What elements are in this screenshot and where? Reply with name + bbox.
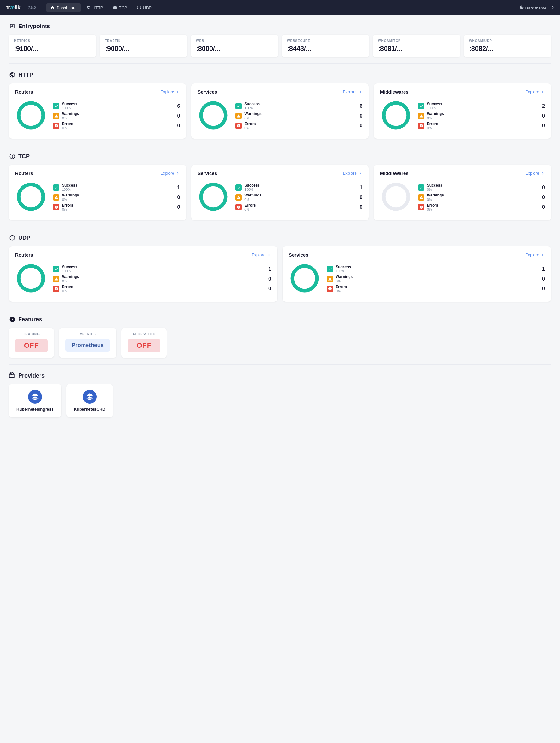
features-grid: TRACING OFF METRICS Prometheus ACCESSLOG…: [9, 328, 551, 358]
dark-theme-button[interactable]: Dark theme: [520, 5, 547, 10]
tcp-routers-donut: [15, 181, 47, 214]
tcp-middlewares-donut-empty: [380, 181, 412, 214]
http-middlewares-explore[interactable]: Explore: [525, 89, 545, 94]
version-label: 2.5.3: [28, 5, 36, 10]
entrypoints-grid: METRICS :9100/... TRAEFIK :9000/... WEB …: [9, 35, 551, 57]
arrow-right-icon: [358, 90, 362, 94]
svg-point-3: [23, 107, 39, 123]
tcp-header: TCP: [9, 153, 551, 160]
provider-kubernetes-ingress: KubernetesIngress: [9, 384, 61, 417]
udp-services-card: Services Explore: [283, 247, 551, 302]
tcp-section-icon: [9, 153, 16, 160]
http-routers-header: Routers Explore: [15, 89, 180, 94]
nav-udp[interactable]: UDP: [133, 3, 156, 12]
stat-errors: Errors 0% 0: [53, 122, 180, 130]
tcp-services-explore[interactable]: Explore: [343, 171, 362, 176]
globe-icon: [86, 5, 91, 10]
http-services-header: Services Explore: [198, 89, 362, 94]
help-button[interactable]: ?: [552, 5, 554, 10]
http-routers-donut: [15, 99, 47, 132]
kubernetes-crd-icon: [83, 390, 97, 404]
http-divider: [9, 63, 551, 64]
error-badge: [53, 123, 59, 129]
arrow-right-icon: [541, 171, 545, 176]
udp-services-explore[interactable]: Explore: [525, 252, 545, 257]
entrypoints-icon: [9, 23, 16, 30]
arrow-right-icon: [541, 253, 545, 257]
stat-success: Success 100% 6: [53, 102, 180, 110]
tcp-grid: Routers Explore: [9, 165, 551, 220]
tcp-services-card: Services Explore: [191, 165, 369, 220]
entrypoint-traefik: TRAEFIK :9000/...: [100, 35, 187, 57]
svg-point-15: [205, 189, 221, 205]
navbar-right: Dark theme ?: [520, 5, 554, 10]
nav-http[interactable]: HTTP: [83, 3, 107, 12]
entrypoint-whoamiudp: WHOAMIUDP :8082/...: [464, 35, 551, 57]
features-header: Features: [9, 316, 551, 323]
brand-logo: træfik: [6, 4, 20, 11]
arrow-right-icon: [175, 90, 180, 94]
moon-icon: [520, 5, 524, 9]
entrypoint-web: WEB :8000/...: [191, 35, 278, 57]
features-divider: [9, 308, 551, 308]
provider-kubernetes-crd: KubernetesCRD: [67, 384, 113, 417]
tcp-middlewares-card: Middlewares Explore S: [374, 165, 551, 220]
svg-point-23: [297, 270, 312, 286]
svg-point-0: [113, 6, 117, 9]
entrypoint-metrics: METRICS :9100/...: [9, 35, 96, 57]
arrow-right-icon: [267, 253, 271, 257]
providers-divider: [9, 364, 551, 364]
feature-metrics: METRICS Prometheus: [59, 328, 116, 358]
http-services-donut: [198, 99, 229, 132]
features-icon: [9, 316, 16, 323]
feature-tracing: TRACING OFF: [9, 328, 54, 358]
http-middlewares-card: Middlewares Explore: [374, 83, 551, 139]
nav-tcp[interactable]: TCP: [109, 3, 131, 12]
entrypoint-websecure: WEBSECURE :8443/...: [282, 35, 369, 57]
kubernetes-ingress-icon: [28, 390, 42, 404]
providers-header: Providers: [9, 372, 551, 379]
success-badge: [53, 103, 59, 109]
nav-menu: Dashboard HTTP TCP UDP: [46, 3, 156, 12]
udp-grid: Routers Explore: [9, 247, 551, 302]
udp-divider: [9, 226, 551, 227]
providers-grid: KubernetesIngress KubernetesCRD: [9, 384, 551, 417]
http-routers-card: Routers Explore: [9, 83, 186, 139]
http-header: HTTP: [9, 72, 551, 78]
entrypoint-whoamitcp: WHOAMITCP :8081/...: [373, 35, 460, 57]
http-routers-explore[interactable]: Explore: [160, 89, 180, 94]
udp-routers-donut: [15, 263, 47, 295]
http-routers-body: Success 100% 6 Warnings 0% 0: [15, 99, 180, 132]
udp-routers-explore[interactable]: Explore: [252, 252, 271, 257]
tcp-routers-card: Routers Explore: [9, 165, 186, 220]
feature-accesslog: ACCESSLOG OFF: [121, 328, 167, 358]
tcp-routers-explore[interactable]: Explore: [160, 171, 180, 176]
navbar: træfik 2.5.3 Dashboard HTTP TCP UDP Dark…: [0, 0, 560, 15]
svg-point-12: [23, 189, 39, 205]
http-services-card: Services Explore: [191, 83, 369, 139]
nav-dashboard[interactable]: Dashboard: [46, 3, 81, 12]
tcp-divider: [9, 145, 551, 145]
stat-warnings: Warnings 0% 0: [53, 112, 180, 120]
http-middlewares-donut: [380, 99, 412, 132]
tcp-icon: [113, 5, 117, 10]
svg-point-9: [388, 107, 404, 123]
http-grid: Routers Explore: [9, 83, 551, 139]
udp-services-donut: [289, 263, 320, 295]
arrow-right-icon: [175, 171, 180, 176]
warning-badge: [53, 113, 59, 119]
tcp-middlewares-explore[interactable]: Explore: [525, 171, 545, 176]
udp-icon: [137, 5, 141, 10]
providers-icon: [9, 372, 16, 379]
svg-point-20: [23, 270, 39, 286]
home-icon: [50, 5, 55, 10]
http-icon: [9, 72, 16, 78]
udp-section-icon: [9, 234, 16, 242]
udp-routers-card: Routers Explore: [9, 247, 277, 302]
arrow-right-icon: [358, 171, 362, 176]
http-services-explore[interactable]: Explore: [343, 89, 362, 94]
entrypoints-header: Entrypoints: [9, 23, 551, 30]
udp-header: UDP: [9, 234, 551, 242]
arrow-right-icon: [541, 90, 545, 94]
svg-point-17: [388, 189, 404, 205]
